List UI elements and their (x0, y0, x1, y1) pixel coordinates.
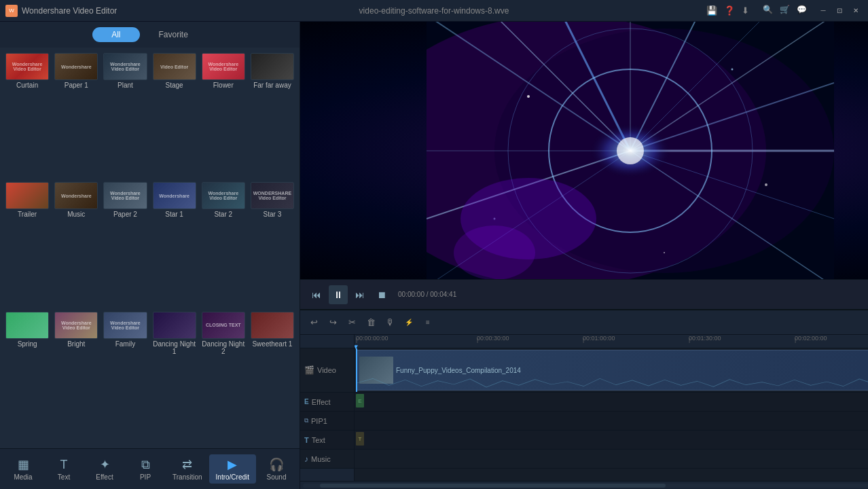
intro-label-paper1: Paper 1 (65, 82, 88, 89)
scrollbar-thumb[interactable] (320, 484, 666, 488)
tool-pip[interactable]: ⧉ PIP (125, 455, 166, 484)
intro-label-dancing2: Dancing Night 2 (202, 340, 245, 355)
detach-button[interactable]: ≡ (420, 314, 436, 331)
chat-icon[interactable]: 💬 (797, 5, 807, 17)
text-track-name: Text (312, 436, 325, 444)
effect-track-label[interactable]: E Effect (300, 393, 354, 412)
intro-label-flower: Flower (213, 82, 234, 89)
tool-icon-pip: ⧉ (141, 458, 150, 472)
effect-track: E (355, 393, 868, 412)
tool-label-text: Text (58, 473, 70, 481)
intro-thumb-plant: Wondershare Video Editor (103, 53, 147, 80)
intro-item-dancing1[interactable]: Dancing Night 1 (151, 310, 198, 444)
intro-item-dancing2[interactable]: CLOSING TEXT Dancing Night 2 (200, 310, 247, 444)
intro-item-star2[interactable]: Wondershare Video Editor Star 2 (200, 181, 247, 307)
intro-item-spring[interactable]: Spring (4, 310, 50, 444)
intro-thumb-family: Wondershare Video Editor (103, 312, 147, 339)
intro-thumb-star2: Wondershare Video Editor (202, 182, 245, 209)
step-forward-button[interactable]: ⏭ (350, 285, 369, 304)
time-1m: 00:01:00:00 (583, 335, 615, 342)
minimize-button[interactable]: ─ (816, 5, 830, 17)
tool-label-media: Media (14, 473, 32, 481)
record-button[interactable]: 🎙 (382, 314, 398, 331)
tool-media[interactable]: ▦ Media (3, 454, 43, 484)
intro-thumb-text-trailer (6, 183, 48, 209)
filter-bar: All Favorite (0, 22, 300, 48)
tool-transition[interactable]: ⇄ Transition (166, 454, 209, 484)
intro-thumb-text-star1: Wondershare (153, 183, 196, 209)
cut-button[interactable]: ✂ (344, 314, 360, 331)
pause-button[interactable]: ⏸ (329, 285, 348, 304)
download-icon[interactable]: ⬇ (742, 5, 749, 16)
timeline: ↩ ↪ ✂ 🗑 🎙 ⚡ ≡ − + ⊞ (300, 309, 868, 489)
intro-thumb-text-curtain: Wondershare Video Editor (6, 54, 48, 79)
intro-item-stage[interactable]: Video Editor Stage (151, 52, 198, 178)
tool-text[interactable]: T Text (43, 455, 84, 484)
window-controls: 🔍 🛒 💬 ─ ⊡ ✕ (763, 5, 863, 17)
favorite-filter-button[interactable]: Favorite (140, 27, 207, 42)
pip1-track-label[interactable]: ⧉ PIP1 (300, 412, 354, 431)
intro-item-bright[interactable]: Wondershare Video Editor Bright (53, 310, 99, 444)
intro-label-star2: Star 2 (214, 211, 232, 218)
intro-thumb-text-star2: Wondershare Video Editor (202, 183, 245, 209)
intro-item-star3[interactable]: WONDERSHARE Video Editor Star 3 (249, 181, 295, 307)
intro-item-flower[interactable]: Wondershare Video Editor Flower (200, 52, 247, 178)
titlebar: W Wondershare Video Editor 💾 ❓ ⬇ video-e… (0, 0, 868, 22)
all-filter-button[interactable]: All (92, 27, 139, 42)
help-icon[interactable]: ❓ (724, 5, 735, 16)
tool-sound[interactable]: 🎧 Sound (256, 454, 297, 484)
intro-thumb-curtain: Wondershare Video Editor (5, 53, 49, 80)
intro-item-family[interactable]: Wondershare Video Editor Family (102, 310, 148, 444)
split-button[interactable]: ⚡ (401, 314, 417, 331)
intro-thumb-stage: Video Editor (153, 53, 196, 80)
intro-thumb-star3: WONDERSHARE Video Editor (251, 182, 294, 209)
restore-button[interactable]: ⊡ (833, 5, 846, 17)
video-clip-name: Funny_Puppy_Videos_Compilation_2014 (396, 367, 521, 374)
save-icon[interactable]: 💾 (706, 5, 717, 16)
intro-thumb-text-spring (6, 312, 48, 338)
redo-button[interactable]: ↪ (325, 314, 341, 331)
pip1-track-icon: ⧉ (304, 417, 308, 424)
video-clip[interactable]: Funny_Puppy_Videos_Compilation_2014 (356, 350, 868, 391)
intro-thumb-dancing1 (153, 312, 196, 339)
search-icon[interactable]: 🔍 (763, 5, 773, 17)
intro-thumb-spring (5, 312, 49, 339)
cart-icon[interactable]: 🛒 (780, 5, 790, 17)
delete-button[interactable]: 🗑 (363, 314, 379, 331)
app-icon: W (5, 5, 18, 17)
intro-thumb-text-paper1: Wondershare (55, 54, 97, 79)
intro-item-music[interactable]: Wondershare Music (53, 181, 99, 307)
tool-icon-media: ▦ (18, 457, 29, 472)
intro-label-star3: Star 3 (264, 211, 282, 218)
left-panel: All Favorite Wondershare Video Editor Cu… (0, 22, 300, 489)
intro-thumb-paper2: Wondershare Video Editor (103, 182, 147, 209)
tool-label-introcredit: Intro/Credit (216, 473, 249, 481)
intro-item-paper1[interactable]: Wondershare Paper 1 (53, 52, 99, 178)
intro-item-sweetheart1[interactable]: Sweetheart 1 (249, 310, 295, 444)
intro-thumb-text-music: Wondershare (55, 183, 97, 209)
stop-button[interactable]: ⏹ (372, 285, 391, 304)
intro-thumb-bright: Wondershare Video Editor (54, 312, 98, 339)
intro-thumb-text-dancing1 (153, 312, 196, 338)
scrollbar-track[interactable] (303, 484, 868, 488)
intro-item-paper2[interactable]: Wondershare Video Editor Paper 2 (102, 181, 148, 307)
tool-toolbar: ▦ Media T Text ✦ Effect ⧉ PIP ⇄ Transiti… (0, 448, 300, 489)
music-track-label[interactable]: ♪ Music (300, 450, 354, 469)
intro-item-faraway[interactable]: Far far away (249, 52, 295, 178)
step-back-button[interactable]: ⏮ (307, 285, 326, 304)
tool-introcredit[interactable]: ▶ Intro/Credit (209, 454, 256, 484)
intro-item-star1[interactable]: Wondershare Star 1 (151, 181, 198, 307)
timeline-scrollbar (300, 481, 868, 489)
intro-item-plant[interactable]: Wondershare Video Editor Plant (102, 52, 148, 178)
intro-label-paper2: Paper 2 (113, 211, 137, 218)
tool-effect[interactable]: ✦ Effect (84, 454, 125, 484)
close-button[interactable]: ✕ (849, 5, 863, 17)
intro-item-curtain[interactable]: Wondershare Video Editor Curtain (4, 52, 50, 178)
intro-item-trailer[interactable]: Trailer (4, 181, 50, 307)
playhead[interactable] (356, 348, 357, 392)
tool-label-transition: Transition (173, 473, 202, 481)
undo-button[interactable]: ↩ (306, 314, 322, 331)
effect-marker: E (356, 394, 364, 408)
text-track-label[interactable]: T Text (300, 431, 354, 450)
video-track-label[interactable]: 🎬 Video (300, 348, 354, 393)
